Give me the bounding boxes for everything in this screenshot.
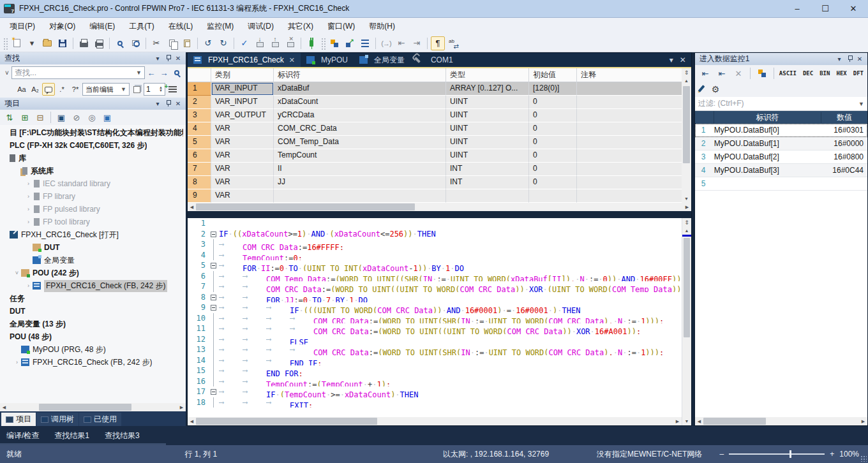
tree-chevron-icon[interactable]: › — [24, 283, 33, 289]
cell-initial-value[interactable]: 0 — [529, 122, 577, 136]
tree-item-14[interactable]: DUT — [0, 305, 186, 318]
resize-grip[interactable] — [860, 455, 867, 462]
upload-from-plc-button[interactable] — [268, 36, 282, 50]
cell-type[interactable]: ARRAY [0..127] O... — [446, 82, 529, 96]
check-program-button[interactable]: ✓ — [237, 36, 251, 50]
tree-chevron-icon[interactable]: › — [13, 359, 21, 365]
watch-identifier[interactable]: MyPOU.DataBuf[2] — [714, 152, 812, 161]
zoom-out-button[interactable]: – — [720, 450, 724, 459]
program-monitor-button[interactable] — [327, 36, 341, 50]
tree-chevron-icon[interactable]: › — [24, 193, 33, 200]
cell-comment[interactable] — [577, 82, 682, 96]
tree-item-1[interactable]: PLC (FP-XH 32k C40ET,C60ET, 326 步) — [0, 139, 186, 152]
code-line[interactable]: 9⟶⟶⟶IF·(((UINT_TO_WORD(COM_CRC_Data))·AN… — [188, 302, 682, 313]
find-panel-close-icon[interactable]: ✕ — [173, 55, 183, 62]
device-monitor-button[interactable] — [343, 36, 357, 50]
cell-comment[interactable] — [577, 176, 682, 189]
cell-identifier[interactable]: COM_CRC_Data — [274, 122, 446, 136]
watch-identifier[interactable]: MyPOU.DataBuf[1] — [714, 139, 812, 148]
status-list-button[interactable] — [358, 36, 372, 50]
dock-tab-已使用[interactable]: 已使用 — [79, 413, 121, 426]
find-in-project-button[interactable] — [128, 36, 142, 50]
redo-button[interactable]: ↻ — [216, 36, 230, 50]
fold-collapse-icon[interactable] — [211, 389, 216, 395]
tree-item-0[interactable]: 目 [F:\PLC功能块封装\ST结构化文本编程封装功能块\ — [0, 126, 186, 139]
cell-type[interactable]: UINT — [446, 149, 529, 163]
delete-watch-icon[interactable]: ✕ — [731, 66, 745, 80]
navigate-back-button[interactable]: ⇤ — [394, 36, 408, 50]
variable-row[interactable]: 7VARIIINT0 — [188, 163, 682, 176]
cell-comment[interactable] — [577, 96, 682, 109]
open-project-button[interactable] — [40, 36, 54, 50]
watch-panel-menu-icon[interactable]: ▾ — [834, 55, 844, 62]
tree-item-13[interactable]: 任务 — [0, 292, 186, 305]
code-line[interactable]: 5⟶FOR·II:=0·TO·(UINT_TO_INT(xDataCount-1… — [188, 260, 682, 271]
cell-comment[interactable] — [577, 122, 682, 136]
new-dropdown[interactable]: ▾ — [25, 36, 39, 50]
watch-panel-pin-icon[interactable] — [844, 55, 855, 63]
format-ascii-button[interactable]: ASCII — [778, 69, 798, 78]
code-line[interactable]: 6⟶⟶COM_Temp_Data:=(WORD_TO_UINT((SHR(IN·… — [188, 271, 682, 282]
cell-identifier[interactable]: TempCount — [274, 149, 446, 163]
cell-initial-value[interactable]: 0 — [529, 163, 577, 176]
menu-工具[interactable]: 工具(T) — [122, 18, 161, 34]
match-start-button[interactable]: A₂ — [29, 83, 41, 96]
tree-item-10[interactable]: 全局变量 — [0, 254, 186, 267]
cell-class[interactable]: VAR — [211, 122, 274, 136]
format-hex-button[interactable]: HEX — [835, 69, 848, 78]
tree-item-9[interactable]: DUT — [0, 241, 186, 254]
dock-tab-项目[interactable]: 项目 — [1, 413, 36, 426]
tree-item-12[interactable]: ›FPXH_CRC16_Check (FB, 242 步) — [0, 279, 186, 292]
add-search-list-button[interactable] — [166, 83, 179, 96]
copy-button[interactable] — [165, 36, 179, 50]
watch-windows-icon[interactable] — [755, 66, 769, 80]
maximize-button[interactable]: ☐ — [819, 4, 831, 13]
cell-type[interactable]: UINT — [446, 109, 529, 122]
fold-collapse-icon[interactable] — [211, 263, 216, 268]
find-panel-pin-icon[interactable] — [163, 54, 173, 62]
variable-row[interactable]: 6VARTempCountUINT0 — [188, 149, 682, 163]
watch-value[interactable]: 16#0000 — [812, 139, 867, 148]
tree-chevron-icon[interactable]: › — [24, 180, 33, 187]
format-bin-button[interactable]: BIN — [818, 69, 831, 78]
watch-row[interactable]: 4MyPOU.DataBuf[3]16#0C44 — [695, 164, 867, 177]
project-panel-close-icon[interactable]: ✕ — [173, 100, 183, 107]
code-line[interactable]: 13⟶⟶⟶⟶COM_CRC_Data:=(WORD_TO_UINT(SHR(IN… — [188, 344, 682, 355]
show-whitespace-button[interactable]: ¶ — [431, 36, 445, 50]
download-to-plc-button[interactable] — [253, 36, 267, 50]
tree-item-8[interactable]: FPXH_CRC16_Check [打开] — [0, 228, 186, 241]
close-button[interactable]: ✕ — [848, 4, 859, 13]
cell-class[interactable]: VAR — [211, 163, 274, 176]
jump-to-button[interactable]: (→) — [379, 36, 393, 50]
navigate-forward-button[interactable]: ⇥ — [410, 36, 424, 50]
code-line[interactable]: 16⟶⟶TempCount:=(TempCount·+·1); — [188, 376, 682, 387]
find-panel-menu-icon[interactable]: ▾ — [153, 55, 163, 62]
dock-tab-调用树[interactable]: 调用树 — [36, 413, 79, 426]
cell-comment[interactable] — [577, 163, 682, 176]
cell-class[interactable]: VAR_OUTPUT — [211, 109, 274, 122]
watch-row[interactable]: 3MyPOU.DataBuf[2]16#0800 — [695, 151, 867, 164]
tree-item-6[interactable]: ›FP pulsed library — [0, 203, 186, 216]
watch-row[interactable]: 2MyPOU.DataBuf[1]16#0000 — [695, 137, 867, 151]
online-mode-button[interactable] — [304, 36, 318, 50]
cell-identifier[interactable]: II — [274, 163, 446, 176]
cell-type[interactable]: INT — [446, 176, 529, 189]
paste-button[interactable] — [180, 36, 194, 50]
menu-帮助[interactable]: 帮助(H) — [362, 18, 402, 34]
watch-panel-close-icon[interactable]: ✕ — [855, 55, 865, 62]
fold-collapse-icon[interactable] — [211, 305, 216, 311]
code-hscrollbar[interactable]: ◀ ▶ — [188, 417, 682, 425]
new-document-button[interactable] — [10, 36, 24, 50]
cell-comment[interactable] — [577, 189, 682, 203]
code-line[interactable]: 8⟶⟶FOR·JJ:=0·TO·7·BY·1·DO — [188, 292, 682, 303]
tree-item-11[interactable]: ˅POU (242 步) — [0, 267, 186, 279]
cell-comment[interactable] — [577, 136, 682, 149]
cell-initial-value[interactable]: 0 — [529, 96, 577, 109]
menu-在线[interactable]: 在线(L) — [161, 18, 200, 34]
search-scope-select[interactable]: 当前编辑 ▼ — [82, 83, 130, 96]
menu-对象[interactable]: 对象(O) — [42, 18, 82, 34]
cell-initial-value[interactable]: 0 — [529, 109, 577, 122]
tab-close-icon[interactable]: ✕ — [289, 56, 295, 64]
find-next-button[interactable]: → — [158, 68, 170, 78]
fold-margin[interactable] — [209, 292, 219, 303]
